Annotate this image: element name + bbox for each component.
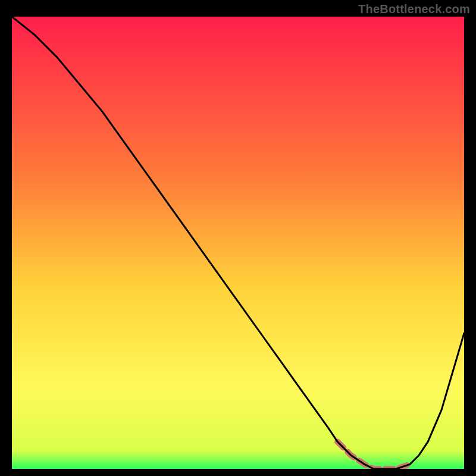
chart-stage: TheBottleneck.com	[0, 0, 476, 476]
watermark-text: TheBottleneck.com	[358, 2, 470, 16]
plot-area	[12, 17, 464, 469]
bottleneck-chart	[12, 17, 464, 469]
